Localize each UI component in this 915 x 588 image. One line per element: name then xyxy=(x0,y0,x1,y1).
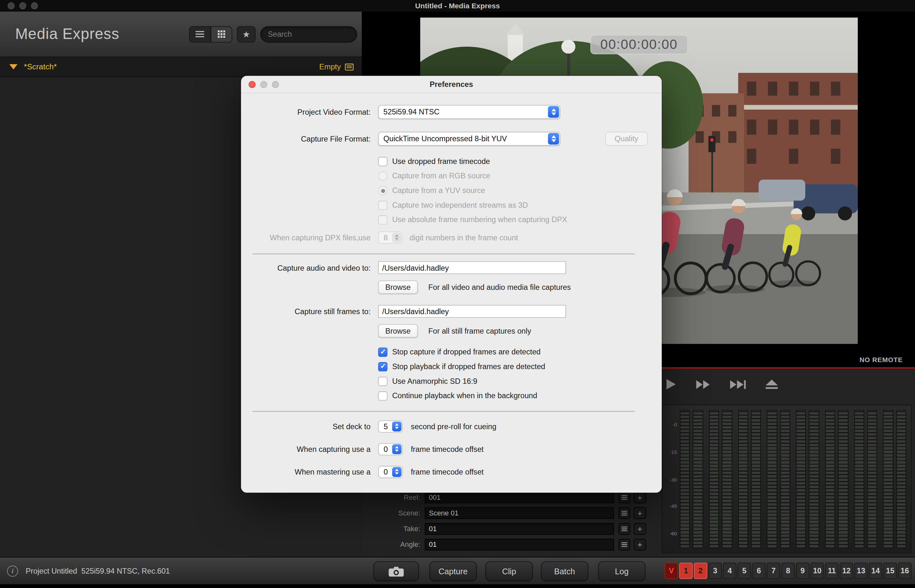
clip-button[interactable]: Clip xyxy=(486,562,533,581)
capture-offset-value: 0 xyxy=(379,444,393,455)
log-button[interactable]: Log xyxy=(598,562,645,581)
meter-scale-label: -30 xyxy=(662,477,677,483)
capture-still-path-input[interactable] xyxy=(378,305,566,318)
stepper-arrows-icon[interactable] xyxy=(392,467,402,477)
option-stop-playback-dropped[interactable]: Stop playback if dropped frames are dete… xyxy=(378,359,648,374)
master-offset-value: 0 xyxy=(379,466,393,477)
take-list-button[interactable] xyxy=(619,523,630,534)
fast-forward-button[interactable] xyxy=(696,380,710,389)
project-video-format-value: 525i59.94 NTSC xyxy=(384,107,439,116)
channel-6-button[interactable]: 6 xyxy=(752,563,766,579)
channel-toggle-group: V 1 2 3 4 5 6 7 8 9 10 11 12 13 14 15 16 xyxy=(665,563,912,579)
option-anamorphic[interactable]: Use Anamorphic SD 16:9 xyxy=(378,374,648,389)
option-background-playback[interactable]: Continue playback when in the background xyxy=(378,388,648,403)
deck-preroll-stepper[interactable]: 5 xyxy=(378,420,403,432)
grab-still-frame-button[interactable] xyxy=(374,562,419,581)
dpx-prefix-label: When capturing DPX files,use xyxy=(241,233,371,242)
meter-bar xyxy=(796,410,806,548)
option-absolute-frame-numbering: Use absolute frame numbering when captur… xyxy=(378,212,648,227)
dialog-title: Preferences xyxy=(241,80,662,89)
channel-1-button[interactable]: 1 xyxy=(679,563,693,579)
checkbox-icon[interactable] xyxy=(378,391,387,400)
reel-list-button[interactable] xyxy=(619,491,630,503)
deck-preroll-row: Set deck to 5 second pre-roll for cueing xyxy=(241,418,648,434)
browse-av-button[interactable]: Browse xyxy=(378,280,418,294)
channel-13-button[interactable]: 13 xyxy=(854,563,868,579)
option-label: Capture from an RGB source xyxy=(392,171,490,180)
play-button[interactable] xyxy=(667,379,677,389)
stepper-arrows-icon xyxy=(392,232,402,242)
info-icon[interactable]: i xyxy=(7,565,18,577)
option-label: Use absolute frame numbering when captur… xyxy=(392,215,567,224)
channel-3-button[interactable]: 3 xyxy=(708,563,722,579)
list-view-button[interactable] xyxy=(189,26,211,42)
stepper-arrows-icon[interactable] xyxy=(392,421,402,431)
channel-8-button[interactable]: 8 xyxy=(781,563,795,579)
angle-list-button[interactable] xyxy=(619,538,630,550)
reel-increment-button[interactable]: + xyxy=(634,491,646,503)
master-offset-stepper[interactable]: 0 xyxy=(378,465,403,478)
option-stop-capture-dropped[interactable]: Stop capture if dropped frames are detec… xyxy=(378,344,648,359)
meter-scale-label: -0 xyxy=(662,422,677,427)
checkbox-icon xyxy=(378,200,387,210)
project-video-format-row: Project Video Format: 525i59.94 NTSC xyxy=(241,105,648,119)
scratch-bin-row[interactable]: *Scratch* Empty xyxy=(0,57,362,77)
channel-9-button[interactable]: 9 xyxy=(796,563,810,579)
stepper-arrows-icon[interactable] xyxy=(392,444,402,454)
scene-field[interactable]: Scene 01 xyxy=(425,507,614,519)
option-label: Stop playback if dropped frames are dete… xyxy=(392,362,545,371)
disclosure-triangle-icon[interactable] xyxy=(9,64,18,69)
dialog-titlebar: Preferences xyxy=(241,76,662,93)
browse-still-button[interactable]: Browse xyxy=(378,324,418,338)
option-label: Stop capture if dropped frames are detec… xyxy=(392,347,541,356)
angle-row: Angle: 01 + xyxy=(362,538,646,550)
channel-2-button[interactable]: 2 xyxy=(694,563,707,579)
channel-5-button[interactable]: 5 xyxy=(737,563,751,579)
project-video-format-popup[interactable]: 525i59.94 NTSC xyxy=(378,105,560,119)
next-clip-button[interactable] xyxy=(730,380,746,389)
meter-bar xyxy=(780,410,790,548)
channel-15-button[interactable]: 15 xyxy=(883,563,897,579)
dpx-suffix-label: digit numbers in the frame count xyxy=(410,233,518,242)
channel-11-button[interactable]: 11 xyxy=(825,563,839,579)
scene-increment-button[interactable]: + xyxy=(634,507,646,519)
checkbox-icon[interactable] xyxy=(378,157,387,166)
capture-offset-stepper[interactable]: 0 xyxy=(378,443,403,455)
list-view-icon xyxy=(195,31,204,37)
meter-bar xyxy=(809,410,819,548)
channel-v-button[interactable]: V xyxy=(665,563,678,579)
grid-view-button[interactable] xyxy=(211,26,233,42)
checkbox-icon xyxy=(378,215,387,224)
take-increment-button[interactable]: + xyxy=(634,523,646,534)
capture-file-format-popup[interactable]: QuickTime Uncompressed 8-bit YUV xyxy=(378,132,560,146)
reel-row: Reel: 001 + xyxy=(362,491,646,503)
eject-button[interactable] xyxy=(766,380,778,389)
channel-4-button[interactable]: 4 xyxy=(723,563,737,579)
channel-16-button[interactable]: 16 xyxy=(898,563,912,579)
capture-av-hint: For all video and audio media file captu… xyxy=(428,283,571,291)
audio-meter-bars xyxy=(680,410,906,548)
search-input[interactable] xyxy=(268,30,349,38)
scene-list-button[interactable] xyxy=(619,507,630,519)
angle-field[interactable]: 01 xyxy=(425,538,614,550)
capture-av-path-input[interactable] xyxy=(378,261,566,274)
checkbox-icon[interactable] xyxy=(378,347,387,357)
capture-button[interactable]: Capture xyxy=(429,562,477,581)
batch-button[interactable]: Batch xyxy=(541,562,588,581)
checkbox-icon[interactable] xyxy=(378,376,387,386)
quality-button: Quality xyxy=(605,132,648,146)
popup-arrows-icon xyxy=(548,106,559,118)
channel-12-button[interactable]: 12 xyxy=(840,563,853,579)
channel-10-button[interactable]: 10 xyxy=(810,563,824,579)
checkbox-icon[interactable] xyxy=(378,362,387,371)
channel-7-button[interactable]: 7 xyxy=(767,563,781,579)
channel-14-button[interactable]: 14 xyxy=(869,563,883,579)
favorites-button[interactable]: ★ xyxy=(237,26,256,42)
angle-increment-button[interactable]: + xyxy=(634,538,646,550)
reel-field[interactable]: 001 xyxy=(425,491,614,503)
capture-file-format-label: Capture File Format: xyxy=(241,134,371,143)
take-field[interactable]: 01 xyxy=(425,523,614,534)
option-dropped-frame-timecode[interactable]: Use dropped frame timecode xyxy=(378,154,648,169)
capture-still-hint: For all still frame captures only xyxy=(428,326,531,335)
deck-preroll-label: Set deck to xyxy=(241,422,371,430)
